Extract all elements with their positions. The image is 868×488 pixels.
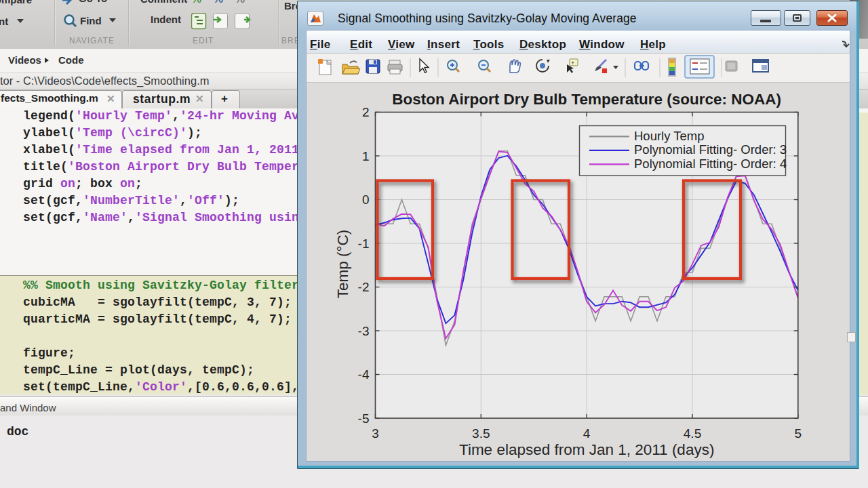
svg-text:Polynomial Fitting- Order: 3: Polynomial Fitting- Order: 3: [634, 142, 787, 157]
svg-text:1: 1: [362, 149, 370, 163]
svg-text:4: 4: [583, 426, 591, 441]
svg-text:Hourly Temp: Hourly Temp: [634, 129, 705, 143]
svg-text:Boston Airport Dry Bulb Temper: Boston Airport Dry Bulb Temperature (sou…: [392, 91, 781, 108]
svg-text:-1: -1: [358, 237, 370, 251]
svg-text:2: 2: [362, 105, 370, 119]
svg-text:%: %: [235, 0, 245, 5]
svg-text:5: 5: [795, 426, 802, 441]
svg-text:+: +: [571, 60, 574, 66]
svg-text:3.5: 3.5: [472, 426, 490, 441]
svg-text:-4: -4: [358, 367, 370, 382]
svg-text:3: 3: [372, 426, 379, 441]
svg-text:%: %: [191, 0, 201, 5]
svg-text:-5: -5: [358, 411, 370, 426]
svg-text:4.5: 4.5: [684, 426, 701, 441]
svg-text:Time elapsed from Jan 1, 2011: Time elapsed from Jan 1, 2011 (days): [459, 441, 714, 458]
svg-text:Temp (°C): Temp (°C): [334, 230, 351, 299]
svg-text:0: 0: [362, 192, 370, 207]
svg-text:-2: -2: [358, 280, 370, 294]
svg-text:-3: -3: [358, 324, 370, 338]
svg-text:Polynomial Fitting- Order: 4: Polynomial Fitting- Order: 4: [634, 157, 787, 171]
svg-text:%: %: [213, 0, 223, 5]
